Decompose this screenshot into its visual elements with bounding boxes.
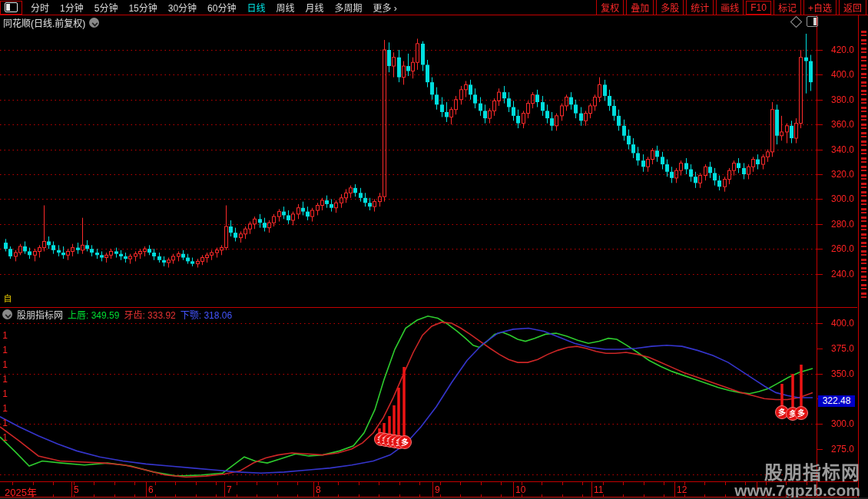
indicator-collapse-icon[interactable] [2,309,12,319]
toolbar-button-复权[interactable]: 复权 [596,0,624,15]
month-label-11: 11 [594,484,603,495]
main-price-label-380: 380.0 [819,94,854,105]
month-label-8: 8 [316,484,321,495]
ind-price-label-300: 300.0 [819,418,854,429]
main-price-label-400: 400.0 [819,69,854,80]
toolbar-button-画线[interactable]: 画线 [716,0,744,15]
sidebar-yellow-label: 自 [1,294,13,304]
month-label-6: 6 [148,484,154,495]
sidebar-digit: 1 [2,431,8,445]
month-label-9: 9 [435,484,440,495]
sidebar-digit: 1 [2,387,8,402]
toolbar-button-返回[interactable]: 返回 [839,0,866,15]
main-price-label-300: 300.0 [819,193,854,204]
month-label-5: 5 [74,484,79,495]
page-title: 同花顺(日线.前复权) [3,16,85,29]
ind-price-label-375: 375.0 [819,343,854,354]
main-price-label-280: 280.0 [819,219,854,230]
main-price-label-360: 360.0 [819,119,854,130]
right-sidebar-strip[interactable] [858,15,868,497]
main-price-label-420: 420.0 [819,45,854,55]
indicator-legend-下颚: 下颚: 318.06 [181,308,232,321]
indicator-source-label: 股朋指标网 [17,308,63,321]
chart-title-row: 同花顺(日线.前复权) [3,16,99,28]
sidebar-digit: 1 [2,416,8,431]
toolbar-button-标记[interactable]: 标记 [774,0,801,15]
ind-price-label-350: 350.0 [819,368,854,379]
toolbar-button-F10[interactable]: F10 [746,1,771,15]
chart-canvas[interactable] [0,0,868,499]
sidebar-digit: 1 [2,358,8,372]
timeframe-tabs: 分时1分钟5分钟15分钟30分钟60分钟日线周线月线多周期更多 › [22,1,596,14]
layout-toggle-box[interactable] [0,1,22,15]
timeframe-tab-周线[interactable]: 周线 [276,1,294,14]
ind-price-label-275: 275.0 [819,444,854,454]
timeframe-tab-5分钟[interactable]: 5分钟 [94,1,118,14]
panel-toggle-icon[interactable] [807,16,818,27]
ind-price-label-400: 400.0 [819,318,854,329]
toolbar-button-统计[interactable]: 统计 [686,0,714,15]
timeframe-tab-30分钟[interactable]: 30分钟 [168,1,197,14]
timeframe-tab-1分钟[interactable]: 1分钟 [60,1,84,14]
layout-toggle-icon [5,2,18,12]
toolbar-button-+自选[interactable]: +自选 [803,0,837,15]
date-axis: 2025年56789101112 [0,482,857,497]
top-toolbar: 分时1分钟5分钟15分钟30分钟60分钟日线周线月线多周期更多 › 复权叠加多股… [0,0,868,15]
toolbar-button-叠加[interactable]: 叠加 [626,0,654,15]
indicator-legend-牙齿: 牙齿: 333.92 [124,308,175,321]
sidebar-digit: 1 [2,402,8,416]
watermark-line2: www.7gpzb.com [734,482,860,498]
main-price-label-240: 240.0 [819,269,854,279]
timeframe-tab-60分钟[interactable]: 60分钟 [207,1,236,14]
main-price-label-340: 340.0 [819,144,854,155]
timeframe-tab-多周期[interactable]: 多周期 [335,1,363,14]
toolbar-right-buttons: 复权叠加多股统计画线F10标记+自选返回 [596,0,868,15]
current-value-tag: 322.48 [818,395,855,407]
watermark: 股朋指标网 www.7gpzb.com [734,464,860,498]
indicator-header: 股朋指标网 上唇: 349.59牙齿: 333.92下颚: 318.06 [2,309,232,320]
month-label-10: 10 [515,484,525,495]
sidebar-digit: 1 [2,329,8,343]
timeframe-tab-更多 ›[interactable]: 更多 › [373,1,397,14]
month-label-7: 7 [227,484,232,495]
sidebar-digit: 1 [2,372,8,387]
watermark-line1: 股朋指标网 [734,464,860,482]
sidebar-digit: 1 [2,343,8,358]
timeframe-tab-15分钟[interactable]: 15分钟 [128,1,157,14]
timeframe-tab-日线[interactable]: 日线 [247,1,265,14]
chevron-down-icon[interactable] [89,18,99,28]
main-price-label-320: 320.0 [819,169,854,180]
timeframe-tab-分时[interactable]: 分时 [31,1,49,14]
indicator-legend-上唇: 上唇: 349.59 [68,308,119,321]
toolbar-button-多股[interactable]: 多股 [656,0,684,15]
main-price-label-260: 260.0 [819,243,854,254]
sidebar-digit-column: 11111111 [2,329,8,445]
timeframe-tab-月线[interactable]: 月线 [306,1,324,14]
month-label-12: 12 [677,484,687,495]
